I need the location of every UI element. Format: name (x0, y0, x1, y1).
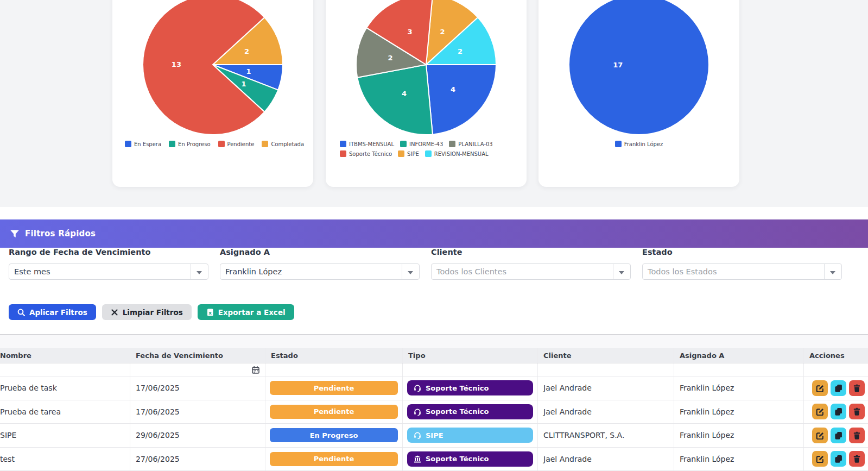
legend-item[interactable]: Completada (262, 140, 304, 148)
legend-item[interactable]: Pendiente (218, 140, 255, 148)
legend-swatch (340, 141, 346, 147)
column-filter-input[interactable] (680, 363, 798, 376)
edit-button[interactable] (812, 404, 828, 419)
row-actions (808, 451, 865, 467)
cell-cliente: Jael Andrade (538, 376, 674, 400)
legend-item[interactable]: PLANILLA-03 (449, 140, 492, 148)
table-header-cell: Acciones (804, 348, 868, 363)
edit-icon (816, 384, 824, 392)
svg-text:x: x (208, 310, 212, 315)
table-header-cell: Nombre (0, 348, 130, 363)
delete-button[interactable] (849, 428, 865, 443)
type-label: Soporte Técnico (426, 455, 489, 463)
filter-field-label: Asignado A (220, 248, 420, 256)
delete-button[interactable] (849, 380, 865, 396)
legend-swatch (398, 150, 404, 157)
copy-button[interactable] (831, 404, 846, 419)
edit-button[interactable] (812, 380, 828, 396)
edit-icon (816, 455, 824, 463)
due-date: 17/06/2025 (136, 407, 180, 416)
column-filter-input[interactable] (271, 363, 397, 376)
headset-icon (414, 431, 421, 439)
legend-label: ITBMS-MENSUAL (349, 141, 394, 147)
due-date: 29/06/2025 (136, 431, 180, 439)
client-name: Jael Andrade (543, 384, 592, 392)
filter-select-estado[interactable]: Todos los Estados (642, 263, 842, 280)
column-filter-input[interactable] (136, 363, 252, 376)
pie-chart-asignado: 17 (563, 0, 715, 141)
legend-swatch (615, 141, 622, 147)
edit-icon (816, 431, 824, 439)
type-label: Soporte Técnico (426, 407, 489, 416)
cell-tipo: SIPE (403, 424, 538, 447)
copy-icon (834, 384, 842, 392)
chart-legend: ITBMS-MENSUALINFORME-43PLANILLA-03Soport… (326, 140, 527, 158)
legend-item[interactable]: REVISION-MENSUAL (425, 150, 489, 158)
apply-filters-button[interactable]: Aplicar Filtros (9, 304, 96, 320)
legend-item[interactable]: En Espera (125, 140, 161, 148)
assignee-name: Franklin López (680, 431, 734, 439)
legend-item[interactable]: ITBMS-MENSUAL (340, 140, 394, 148)
copy-button[interactable] (831, 380, 846, 396)
clear-filters-button[interactable]: Limpiar Filtros (102, 304, 192, 320)
filter-select-value: Este mes (14, 267, 50, 276)
column-filter-cell (403, 363, 538, 376)
filter-select-cliente[interactable]: Todos los Clientes (431, 263, 631, 280)
filter-select-asignado-a[interactable]: Franklin López (220, 263, 420, 280)
legend-item[interactable]: En Progreso (169, 140, 210, 148)
legend-item[interactable]: Franklin López (615, 140, 663, 148)
headset-icon (414, 384, 421, 392)
delete-button[interactable] (849, 451, 865, 467)
column-title: Nombre (0, 351, 31, 360)
trash-icon (853, 431, 861, 439)
legend-item[interactable]: SIPE (398, 150, 419, 158)
copy-button[interactable] (831, 428, 846, 443)
search-icon (17, 309, 25, 316)
task-name: Prueba de tarea (0, 407, 61, 416)
select-separator (402, 264, 402, 279)
legend-swatch (262, 141, 268, 147)
cell-acciones (804, 376, 868, 400)
cell-tipo: Soporte Técnico (403, 448, 538, 471)
chart-card-estado: 21113 En EsperaEn ProgresoPendienteCompl… (112, 0, 313, 187)
cell-fecha: 17/06/2025 (130, 376, 265, 400)
legend-item[interactable]: INFORME-43 (400, 140, 443, 148)
x-icon (111, 309, 118, 316)
edit-button[interactable] (812, 451, 828, 467)
cell-acciones (804, 400, 868, 424)
status-badge: Pendiente (270, 452, 398, 466)
cell-asignado: Franklin López (674, 448, 804, 471)
edit-button[interactable] (812, 428, 828, 443)
status-badge: En Progreso (270, 428, 398, 442)
table-header-row: NombreFecha de VencimientoEstadoTipoClie… (0, 348, 868, 363)
chevron-down-icon (197, 271, 202, 274)
row-actions (808, 428, 865, 443)
excel-icon: x (206, 309, 214, 316)
delete-button[interactable] (849, 404, 865, 419)
calendar-icon (252, 366, 259, 374)
chevron-down-icon (408, 271, 413, 274)
trash-icon (853, 455, 861, 463)
legend-label: Pendiente (227, 141, 255, 147)
quick-filters-title: Filtros Rápidos (25, 229, 96, 238)
column-title: Tipo (408, 351, 426, 360)
chart-card-tipo: 224423 ITBMS-MENSUALINFORME-43PLANILLA-0… (326, 0, 527, 187)
select-separator (824, 264, 825, 279)
export-filters-button[interactable]: xExportar a Excel (198, 304, 294, 320)
filter-select-rango-de-fecha-de-vencimiento[interactable]: Este mes (9, 263, 208, 280)
column-filter-input[interactable] (543, 363, 668, 376)
column-filter-input[interactable] (0, 363, 124, 376)
column-title: Fecha de Vencimiento (136, 351, 223, 360)
column-title: Asignado A (680, 351, 724, 360)
pie-slice-value: 2 (388, 54, 393, 62)
column-filter-input[interactable] (408, 363, 532, 376)
due-date: 17/06/2025 (136, 384, 180, 392)
calendar-icon[interactable] (252, 366, 259, 374)
table-header-cell: Asignado A (674, 348, 804, 363)
filter-select-value: Todos los Clientes (436, 267, 506, 276)
column-filter-cell (265, 363, 403, 376)
cell-fecha: 17/06/2025 (130, 400, 265, 424)
table-header-cell: Fecha de Vencimiento (130, 348, 265, 363)
copy-button[interactable] (831, 451, 846, 467)
legend-item[interactable]: Soporte Técnico (340, 150, 392, 158)
